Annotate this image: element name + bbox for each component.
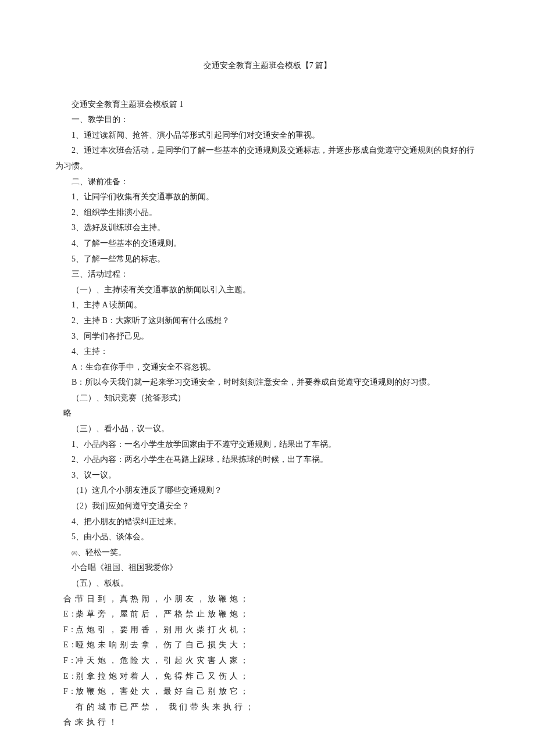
kuaiban-row: F： 点炮引，要用香，别用火柴打火机； — [55, 622, 480, 638]
section-heading: 二、课前准备： — [55, 174, 480, 190]
kuaiban-role: F： — [55, 684, 76, 700]
kuaiban-row: 合： 节日到，真热闹，小朋友，放鞭炮； — [55, 592, 480, 607]
body-span: 2、通过本次班会活动，是同学们了解一些基本的交通规则及交通标志，并逐步形成自觉遵… — [55, 143, 480, 174]
body-line: 3、选好及训练班会主持。 — [55, 220, 480, 236]
kuaiban-role: 合： — [55, 592, 76, 607]
body-line: （一）、主持读有关交通事故的新闻以引入主题。 — [55, 282, 480, 298]
document-page: 交通安全教育主题班会模板【7 篇】 交通安全教育主题班会模板篇 1 一、教学目的… — [0, 0, 535, 756]
kuaiban-row: 有的城市已严禁， 我们带头来执行； — [55, 700, 480, 715]
body-line: 2、通过本次班会活动，是同学们了解一些基本的交通规则及交通标志，并逐步形成自觉遵… — [55, 143, 480, 174]
kuaiban-role: F： — [55, 622, 76, 638]
body-line: 3、议一议。 — [55, 468, 480, 483]
body-line: （2）我们应如何遵守交通安全？ — [55, 499, 480, 514]
body-line: （1）这几个小朋友违反了哪些交通规则？ — [55, 483, 480, 499]
kuaiban-text: 节日到，真热闹，小朋友，放鞭炮； — [76, 592, 480, 607]
kuaiban-role: E： — [55, 607, 76, 622]
section-heading: 三、活动过程： — [55, 267, 480, 282]
body-line: 1、让同学们收集有关交通事故的新闻。 — [55, 189, 480, 205]
body-line: 1、小品内容：一名小学生放学回家由于不遵守交通规则，结果出了车祸。 — [55, 437, 480, 453]
kuaiban-role: 合： — [55, 715, 76, 730]
kuaiban-text: 哑炮未响别去拿，伤了自己损失大； — [76, 637, 480, 653]
kuaiban-row: 合： 来执行！ — [55, 715, 480, 730]
body-line: 2、小品内容：两名小学生在马路上踢球，结果拣球的时候，出了车祸。 — [55, 452, 480, 468]
body-line: 小合唱《祖国、祖国我爱你》 — [55, 560, 480, 576]
body-line: 4、主持： — [55, 344, 480, 360]
body-line: A：生命在你手中，交通安全不容忽视。 — [55, 360, 480, 375]
body-line: 3、同学们各抒己见。 — [55, 329, 480, 345]
body-line: 2、主持 B：大家听了这则新闻有什么感想？ — [55, 313, 480, 329]
kuaiban-row: E： 柴草旁，屋前后，严格禁止放鞭炮； — [55, 607, 480, 622]
body-line: 4、了解一些基本的交通规则。 — [55, 236, 480, 252]
kuaiban-row: F： 放鞭炮，害处大，最好自己别放它； — [55, 684, 480, 700]
kuaiban-text: 放鞭炮，害处大，最好自己别放它； — [76, 684, 480, 700]
kuaiban-role: E： — [55, 637, 76, 653]
kuaiban-text: 点炮引，要用香，别用火柴打火机； — [76, 622, 480, 638]
kuaiban-role: F： — [55, 653, 76, 669]
body-line: （三）、看小品，议一议。 — [55, 421, 480, 437]
document-title: 交通安全教育主题班会模板【7 篇】 — [55, 58, 480, 74]
body-span: ㈣ — [72, 550, 77, 556]
body-span: B：所以今天我们就一起来学习交通安全，时时刻刻注意安全，并要养成自觉遵守交通规则… — [55, 375, 435, 390]
kuaiban-text: 柴草旁，屋前后，严格禁止放鞭炮； — [76, 607, 480, 622]
body-line: 4、把小朋友的错误纠正过来。 — [55, 514, 480, 530]
body-line: 5、由小品、谈体会。 — [55, 529, 480, 545]
kuaiban-text: 来执行！ — [76, 715, 480, 730]
kuaiban-row: E： 别拿拉炮对着人，免得炸己又伤人； — [55, 669, 480, 685]
section-heading: 一、教学目的： — [55, 112, 480, 128]
body-line: 5、了解一些常见的标志。 — [55, 252, 480, 267]
kuaiban-row: E： 哑炮未响别去拿，伤了自己损失大； — [55, 637, 480, 653]
body-line: 1、通过读新闻、抢答、演小品等形式引起同学们对交通安全的重视。 — [55, 128, 480, 144]
body-line: 2、组织学生排演小品。 — [55, 205, 480, 221]
body-line: B：所以今天我们就一起来学习交通安全，时时刻刻注意安全，并要养成自觉遵守交通规则… — [55, 375, 480, 390]
kuaiban-text: 别拿拉炮对着人，免得炸己又伤人； — [76, 669, 480, 685]
body-line: ㈣、轻松一笑。 — [55, 545, 480, 561]
kuaiban-text: 有的城市已严禁， 我们带头来执行； — [76, 700, 480, 715]
body-span: 、轻松一笑。 — [77, 548, 126, 557]
kuaiban-row: F： 冲天炮，危险大，引起火灾害人家； — [55, 653, 480, 669]
kuaiban-role — [55, 700, 76, 715]
body-line: 略 — [55, 406, 480, 421]
kuaiban-text: 冲天炮，危险大，引起火灾害人家； — [76, 653, 480, 669]
body-line: （五）、板板。 — [55, 576, 480, 592]
kuaiban-role: E： — [55, 669, 76, 685]
subtitle-line: 交通安全教育主题班会模板篇 1 — [55, 97, 480, 113]
body-line: 1、主持 A 读新闻。 — [55, 298, 480, 313]
body-line: （二）、知识竞赛（抢答形式） — [55, 390, 480, 406]
